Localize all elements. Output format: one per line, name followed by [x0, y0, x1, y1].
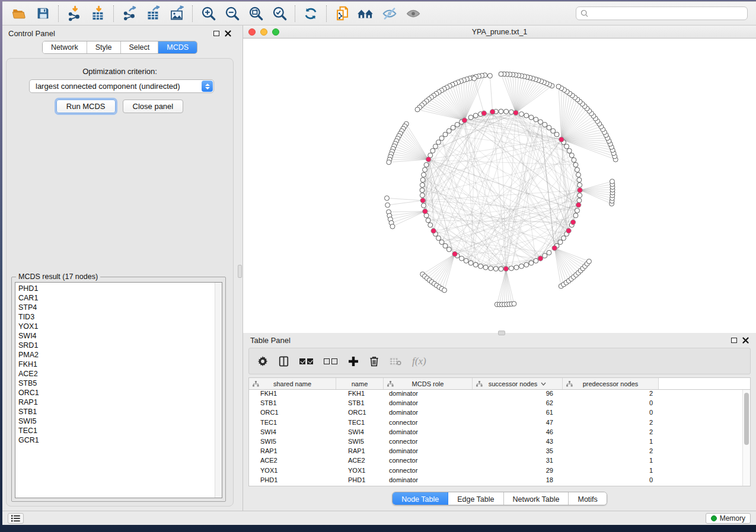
- graph-node[interactable]: [524, 113, 529, 118]
- graph-node-dominator[interactable]: [423, 209, 428, 214]
- graph-node[interactable]: [547, 251, 551, 255]
- function-builder-button[interactable]: f(x): [412, 355, 426, 367]
- scrollbar-thumb[interactable]: [744, 393, 749, 445]
- graph-node[interactable]: [551, 129, 556, 133]
- export-image-button[interactable]: [165, 4, 189, 24]
- tab-style[interactable]: Style: [87, 41, 121, 53]
- graph-node[interactable]: [543, 254, 547, 258]
- graph-node[interactable]: [420, 188, 425, 193]
- graph-node[interactable]: [567, 149, 572, 153]
- horizontal-splitter-handle[interactable]: [498, 331, 505, 335]
- tab-edge-table[interactable]: Edge Table: [448, 492, 503, 505]
- graph-node[interactable]: [493, 267, 498, 271]
- graph-node[interactable]: [433, 144, 438, 149]
- mcds-result-item[interactable]: STB1: [15, 407, 215, 416]
- zoom-fit-button[interactable]: [244, 4, 267, 24]
- graph-node[interactable]: [422, 172, 426, 177]
- close-panel-button[interactable]: Close panel: [123, 100, 184, 113]
- first-neighbors-button[interactable]: [354, 4, 378, 24]
- graph-node-dominator[interactable]: [513, 110, 518, 115]
- graph-node[interactable]: [489, 266, 493, 271]
- table-row[interactable]: TEC1TEC1connector472: [249, 419, 742, 428]
- graph-node[interactable]: [509, 110, 513, 114]
- memory-button[interactable]: Memory: [706, 513, 751, 524]
- graph-node[interactable]: [455, 122, 460, 127]
- graph-node[interactable]: [534, 258, 538, 263]
- graph-node[interactable]: [483, 265, 488, 270]
- export-table-button[interactable]: [141, 4, 165, 24]
- graph-node[interactable]: [472, 76, 477, 81]
- graph-node[interactable]: [577, 198, 582, 203]
- graph-node[interactable]: [420, 178, 425, 182]
- graph-node[interactable]: [519, 112, 524, 117]
- graph-node[interactable]: [464, 258, 468, 263]
- graph-node[interactable]: [390, 224, 395, 229]
- graph-node[interactable]: [575, 208, 579, 213]
- table-row[interactable]: FKH1FKH1dominator962: [249, 390, 742, 399]
- table-settings-button[interactable]: [257, 356, 268, 367]
- mcds-result-item[interactable]: RAP1: [15, 398, 215, 407]
- table-row[interactable]: YOX1YOX1connector291: [249, 467, 742, 476]
- graph-node[interactable]: [473, 262, 478, 267]
- mcds-result-item[interactable]: SWI4: [15, 331, 215, 341]
- float-panel-icon[interactable]: [213, 31, 219, 36]
- column-header-name[interactable]: name: [336, 378, 384, 389]
- graph-node[interactable]: [519, 264, 524, 268]
- graph-node[interactable]: [524, 262, 529, 267]
- open-file-button[interactable]: [7, 4, 31, 24]
- graph-node[interactable]: [446, 129, 451, 133]
- graph-node[interactable]: [443, 132, 448, 137]
- graph-node[interactable]: [415, 107, 420, 112]
- graph-node[interactable]: [556, 84, 561, 89]
- graph-node-dominator[interactable]: [452, 252, 457, 257]
- graph-node[interactable]: [387, 160, 391, 165]
- graph-node[interactable]: [576, 172, 580, 177]
- graph-node[interactable]: [468, 261, 473, 265]
- mcds-result-item[interactable]: STB5: [15, 379, 215, 388]
- table-row[interactable]: ORC1ORC1dominator610: [249, 409, 742, 418]
- graph-node[interactable]: [420, 193, 425, 198]
- criterion-dropdown[interactable]: largest connected component (undirected): [29, 79, 214, 93]
- zoom-out-button[interactable]: [220, 4, 244, 24]
- mcds-result-item[interactable]: ORC1: [15, 388, 215, 398]
- graph-node[interactable]: [426, 218, 430, 223]
- save-session-button[interactable]: [31, 4, 55, 24]
- graph-node[interactable]: [473, 113, 478, 118]
- mcds-result-item[interactable]: SWI5: [15, 416, 215, 426]
- apply-layout-button[interactable]: [299, 4, 323, 24]
- splitter-handle[interactable]: [238, 265, 242, 278]
- list-scrollbar[interactable]: [215, 283, 222, 498]
- run-mcds-button[interactable]: Run MCDS: [56, 100, 116, 113]
- graph-node[interactable]: [423, 168, 428, 172]
- graph-node[interactable]: [573, 162, 578, 167]
- graph-node[interactable]: [446, 247, 451, 252]
- graph-node[interactable]: [543, 122, 547, 127]
- zoom-selected-button[interactable]: [267, 4, 291, 24]
- graph-node[interactable]: [499, 267, 503, 271]
- graph-node-dominator[interactable]: [490, 110, 495, 114]
- graph-node[interactable]: [451, 125, 455, 130]
- tab-network[interactable]: Network: [43, 41, 87, 53]
- graph-node[interactable]: [564, 144, 569, 149]
- column-header-successor-nodes[interactable]: successor nodes: [473, 378, 563, 389]
- tab-motifs[interactable]: Motifs: [569, 492, 606, 505]
- graph-node[interactable]: [586, 259, 591, 264]
- float-panel-icon[interactable]: [731, 338, 737, 343]
- export-network-button[interactable]: [117, 4, 141, 24]
- graph-node[interactable]: [504, 109, 509, 114]
- graph-node[interactable]: [460, 256, 464, 261]
- search-input[interactable]: [592, 9, 743, 18]
- column-header-mcds-role[interactable]: MCDS role: [384, 378, 473, 389]
- mcds-result-item[interactable]: ACE2: [15, 369, 215, 379]
- graph-node-dominator[interactable]: [570, 220, 575, 225]
- show-all-button[interactable]: [401, 4, 425, 24]
- mcds-result-item[interactable]: TEC1: [15, 426, 215, 435]
- graph-node[interactable]: [442, 288, 446, 293]
- graph-node[interactable]: [569, 153, 574, 158]
- graph-node-dominator[interactable]: [578, 188, 582, 193]
- column-header-predecessor-nodes[interactable]: predecessor nodes: [563, 378, 659, 389]
- show-columns-button[interactable]: [279, 356, 289, 367]
- tab-select[interactable]: Select: [121, 41, 159, 53]
- hide-selected-button[interactable]: [378, 4, 401, 24]
- graph-node-dominator[interactable]: [538, 256, 543, 261]
